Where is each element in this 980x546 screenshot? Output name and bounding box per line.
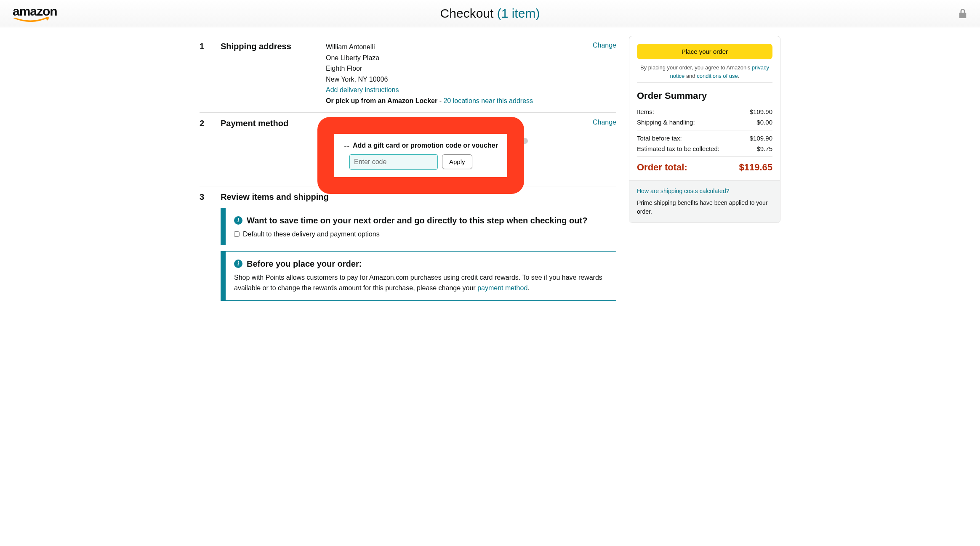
payment-method-link[interactable]: payment method — [477, 284, 527, 292]
summary-label: Estimated tax to be collected: — [637, 145, 719, 152]
chevron-up-icon: ︿ — [344, 143, 350, 149]
shipping-name: William Antonelli — [326, 42, 580, 53]
amazon-logo[interactable]: amazon — [13, 4, 57, 23]
summary-label: Items: — [637, 108, 654, 115]
info-icon: i — [234, 216, 242, 225]
gift-card-toggle[interactable]: ︿ Add a gift card or promotion code or v… — [344, 141, 498, 150]
annotation-highlight: ︿ Add a gift card or promotion code or v… — [317, 117, 524, 194]
info-icon: i — [234, 260, 242, 268]
page-header: amazon Checkout (1 item) — [0, 0, 980, 27]
step-number: 3 — [200, 192, 208, 202]
summary-row: Items: $109.90 — [637, 106, 772, 117]
main-column: 1 Shipping address William Antonelli One… — [200, 36, 616, 307]
summary-value: $109.90 — [750, 135, 772, 142]
summary-value: $109.90 — [750, 108, 772, 115]
shipping-costs-link[interactable]: How are shipping costs calculated? — [637, 188, 729, 194]
period: . — [527, 284, 529, 292]
svg-rect-0 — [959, 13, 967, 18]
step-title: Review items and shipping — [221, 192, 329, 202]
order-summary-column: Place your order By placing your order, … — [629, 36, 780, 307]
order-total-value: $119.65 — [739, 162, 772, 173]
order-total-row: Order total: $119.65 — [637, 159, 772, 173]
gift-card-heading: Add a gift card or promotion code or vou… — [353, 142, 498, 149]
default-options-label: Default to these delivery and payment op… — [243, 231, 380, 238]
promo-code-input[interactable] — [349, 154, 438, 170]
locker-sep: - — [437, 97, 443, 104]
locker-prefix: Or pick up from an Amazon Locker — [326, 97, 437, 104]
conditions-of-use-link[interactable]: conditions of use — [697, 73, 738, 79]
change-shipping-link[interactable]: Change — [593, 42, 616, 106]
step-number: 1 — [200, 42, 208, 106]
summary-label: Total before tax: — [637, 135, 682, 142]
default-options-checkbox[interactable] — [234, 231, 240, 237]
summary-row: Shipping & handling: $0.00 — [637, 117, 772, 127]
change-payment-link[interactable]: Change — [593, 119, 616, 180]
save-time-heading: Want to save time on your next order and… — [247, 215, 587, 226]
shipping-body: William Antonelli One Liberty Plaza Eigh… — [326, 42, 580, 106]
before-order-heading: Before you place your order: — [247, 258, 362, 270]
locker-locations-link[interactable]: 20 locations near this address — [443, 97, 533, 104]
save-time-card: i Want to save time on your next order a… — [221, 208, 616, 245]
logo-swoosh-icon — [13, 17, 51, 23]
summary-footer: How are shipping costs calculated? Prime… — [629, 180, 780, 223]
before-order-card: i Before you place your order: Shop with… — [221, 251, 616, 301]
before-order-body: Shop with Points allows customers to pay… — [234, 274, 602, 292]
title-item-count: (1 item) — [497, 6, 540, 20]
shipping-line1: One Liberty Plaza — [326, 53, 580, 64]
agree-text: By placing your order, you agree to Amaz… — [637, 64, 772, 80]
place-order-button[interactable]: Place your order — [637, 44, 772, 59]
logo-text: amazon — [13, 4, 57, 19]
apply-button[interactable]: Apply — [442, 154, 472, 169]
order-total-label: Order total: — [637, 162, 687, 173]
prime-benefits-text: Prime shipping benefits have been applie… — [637, 199, 772, 217]
summary-value: $9.75 — [756, 145, 772, 152]
step-payment-method: 2 Payment method VISA Visa ending in Cha… — [200, 113, 616, 186]
gift-card-panel: ︿ Add a gift card or promotion code or v… — [334, 134, 507, 177]
step-shipping-address: 1 Shipping address William Antonelli One… — [200, 36, 616, 113]
summary-value: $0.00 — [756, 119, 772, 126]
shipping-line2: Eighth Floor — [326, 63, 580, 74]
step-title: Shipping address — [221, 42, 313, 106]
title-prefix: Checkout — [440, 6, 497, 20]
add-delivery-instructions-link[interactable]: Add delivery instructions — [326, 86, 399, 93]
summary-row: Total before tax: $109.90 — [637, 133, 772, 143]
order-summary-heading: Order Summary — [637, 90, 772, 101]
lock-icon — [958, 8, 967, 19]
summary-row: Estimated tax to be collected: $9.75 — [637, 143, 772, 154]
step-title: Payment method — [221, 119, 313, 180]
shipping-city: New York, NY 10006 — [326, 74, 580, 85]
summary-label: Shipping & handling: — [637, 119, 695, 126]
order-summary-box: Place your order By placing your order, … — [629, 36, 780, 223]
page-title: Checkout (1 item) — [440, 6, 540, 21]
step-number: 2 — [200, 119, 208, 180]
